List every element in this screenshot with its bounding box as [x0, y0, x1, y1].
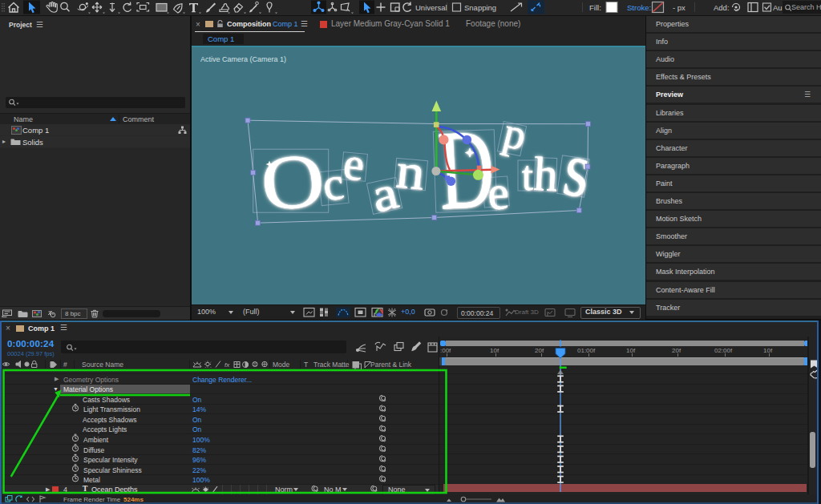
- svg-text:n: n: [394, 143, 428, 200]
- svg-text:s: s: [558, 124, 597, 214]
- svg-text:p: p: [499, 108, 532, 160]
- svg-text:h: h: [532, 147, 559, 201]
- svg-text:e: e: [486, 166, 511, 220]
- svg-text:e: e: [341, 137, 366, 191]
- svg-text:O: O: [257, 136, 328, 227]
- svg-text:t: t: [522, 153, 534, 199]
